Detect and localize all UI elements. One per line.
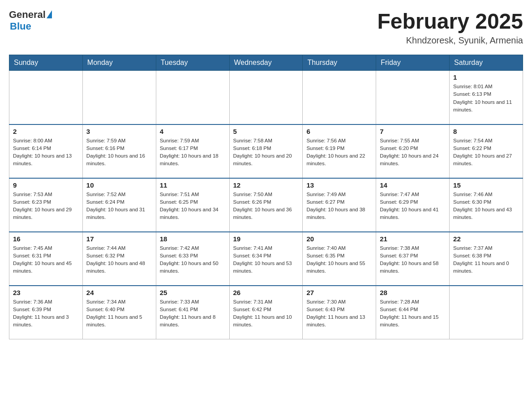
day-info: Sunrise: 7:55 AMSunset: 6:20 PMDaylight:… xyxy=(380,137,446,168)
day-number: 18 xyxy=(160,235,226,243)
table-row: 10Sunrise: 7:52 AMSunset: 6:24 PMDayligh… xyxy=(82,178,156,232)
day-number: 19 xyxy=(233,235,299,243)
day-number: 21 xyxy=(380,235,446,243)
header-monday: Monday xyxy=(82,55,156,71)
table-row: 14Sunrise: 7:47 AMSunset: 6:29 PMDayligh… xyxy=(376,178,450,232)
table-row: 5Sunrise: 7:58 AMSunset: 6:18 PMDaylight… xyxy=(229,124,303,178)
table-row xyxy=(156,71,229,124)
table-row: 22Sunrise: 7:37 AMSunset: 6:38 PMDayligh… xyxy=(450,232,523,286)
table-row: 8Sunrise: 7:54 AMSunset: 6:22 PMDaylight… xyxy=(450,124,523,178)
table-row: 26Sunrise: 7:31 AMSunset: 6:42 PMDayligh… xyxy=(229,286,303,339)
day-number: 11 xyxy=(160,181,226,189)
day-info: Sunrise: 7:52 AMSunset: 6:24 PMDaylight:… xyxy=(86,191,152,222)
calendar-week-row: 1Sunrise: 8:01 AMSunset: 6:13 PMDaylight… xyxy=(9,71,523,124)
day-number: 5 xyxy=(233,128,299,135)
day-number: 10 xyxy=(86,181,152,189)
day-info: Sunrise: 7:41 AMSunset: 6:34 PMDaylight:… xyxy=(233,244,299,275)
logo: General Blue xyxy=(9,9,52,32)
table-row: 7Sunrise: 7:55 AMSunset: 6:20 PMDaylight… xyxy=(376,124,450,178)
table-row: 11Sunrise: 7:51 AMSunset: 6:25 PMDayligh… xyxy=(156,178,229,232)
day-info: Sunrise: 7:47 AMSunset: 6:29 PMDaylight:… xyxy=(380,191,446,222)
day-info: Sunrise: 7:36 AMSunset: 6:39 PMDaylight:… xyxy=(13,298,79,329)
day-number: 7 xyxy=(380,128,446,135)
logo-general-text: General xyxy=(9,9,46,21)
day-number: 16 xyxy=(13,235,79,243)
day-info: Sunrise: 7:59 AMSunset: 6:16 PMDaylight:… xyxy=(86,137,152,168)
calendar-week-row: 16Sunrise: 7:45 AMSunset: 6:31 PMDayligh… xyxy=(9,232,523,286)
table-row: 15Sunrise: 7:46 AMSunset: 6:30 PMDayligh… xyxy=(450,178,523,232)
day-info: Sunrise: 7:31 AMSunset: 6:42 PMDaylight:… xyxy=(233,298,299,329)
day-number: 12 xyxy=(233,181,299,189)
title-section: February 2025 Khndzoresk, Syunik, Armeni… xyxy=(377,9,523,46)
table-row: 12Sunrise: 7:50 AMSunset: 6:26 PMDayligh… xyxy=(229,178,303,232)
day-info: Sunrise: 7:40 AMSunset: 6:35 PMDaylight:… xyxy=(306,244,372,275)
day-number: 8 xyxy=(453,128,519,135)
day-info: Sunrise: 7:30 AMSunset: 6:43 PMDaylight:… xyxy=(306,298,372,329)
calendar-week-row: 23Sunrise: 7:36 AMSunset: 6:39 PMDayligh… xyxy=(9,286,523,339)
day-number: 23 xyxy=(13,289,79,296)
day-info: Sunrise: 7:49 AMSunset: 6:27 PMDaylight:… xyxy=(306,191,372,222)
location-text: Khndzoresk, Syunik, Armenia xyxy=(377,35,523,46)
table-row: 28Sunrise: 7:28 AMSunset: 6:44 PMDayligh… xyxy=(376,286,450,339)
table-row xyxy=(376,71,450,124)
day-info: Sunrise: 7:54 AMSunset: 6:22 PMDaylight:… xyxy=(453,137,519,168)
day-number: 27 xyxy=(306,289,372,296)
table-row xyxy=(9,71,83,124)
table-row: 20Sunrise: 7:40 AMSunset: 6:35 PMDayligh… xyxy=(303,232,376,286)
logo-blue-text: Blue xyxy=(10,21,31,32)
day-info: Sunrise: 7:42 AMSunset: 6:33 PMDaylight:… xyxy=(160,244,226,275)
day-number: 17 xyxy=(86,235,152,243)
day-number: 6 xyxy=(306,128,372,135)
table-row: 3Sunrise: 7:59 AMSunset: 6:16 PMDaylight… xyxy=(82,124,156,178)
calendar-header-row: Sunday Monday Tuesday Wednesday Thursday… xyxy=(9,55,523,71)
calendar-week-row: 2Sunrise: 8:00 AMSunset: 6:14 PMDaylight… xyxy=(9,124,523,178)
day-number: 2 xyxy=(13,128,79,135)
day-info: Sunrise: 7:37 AMSunset: 6:38 PMDaylight:… xyxy=(453,244,519,275)
day-info: Sunrise: 7:58 AMSunset: 6:18 PMDaylight:… xyxy=(233,137,299,168)
table-row: 2Sunrise: 8:00 AMSunset: 6:14 PMDaylight… xyxy=(9,124,83,178)
header-tuesday: Tuesday xyxy=(156,55,229,71)
table-row xyxy=(450,286,523,339)
day-info: Sunrise: 7:33 AMSunset: 6:41 PMDaylight:… xyxy=(160,298,226,329)
table-row: 16Sunrise: 7:45 AMSunset: 6:31 PMDayligh… xyxy=(9,232,83,286)
day-info: Sunrise: 7:53 AMSunset: 6:23 PMDaylight:… xyxy=(13,191,79,222)
table-row xyxy=(303,71,376,124)
calendar-week-row: 9Sunrise: 7:53 AMSunset: 6:23 PMDaylight… xyxy=(9,178,523,232)
header-wednesday: Wednesday xyxy=(229,55,303,71)
day-info: Sunrise: 8:00 AMSunset: 6:14 PMDaylight:… xyxy=(13,137,79,168)
day-number: 28 xyxy=(380,289,446,296)
header-thursday: Thursday xyxy=(303,55,376,71)
day-number: 14 xyxy=(380,181,446,189)
table-row xyxy=(82,71,156,124)
day-info: Sunrise: 7:28 AMSunset: 6:44 PMDaylight:… xyxy=(380,298,446,329)
day-info: Sunrise: 7:38 AMSunset: 6:37 PMDaylight:… xyxy=(380,244,446,275)
logo-triangle-icon xyxy=(47,10,52,18)
day-number: 25 xyxy=(160,289,226,296)
table-row: 19Sunrise: 7:41 AMSunset: 6:34 PMDayligh… xyxy=(229,232,303,286)
table-row: 13Sunrise: 7:49 AMSunset: 6:27 PMDayligh… xyxy=(303,178,376,232)
table-row xyxy=(229,71,303,124)
header-saturday: Saturday xyxy=(450,55,523,71)
header-sunday: Sunday xyxy=(9,55,83,71)
table-row: 24Sunrise: 7:34 AMSunset: 6:40 PMDayligh… xyxy=(82,286,156,339)
table-row: 4Sunrise: 7:59 AMSunset: 6:17 PMDaylight… xyxy=(156,124,229,178)
month-title: February 2025 xyxy=(377,9,523,34)
day-number: 3 xyxy=(86,128,152,135)
day-info: Sunrise: 7:45 AMSunset: 6:31 PMDaylight:… xyxy=(13,244,79,275)
table-row: 6Sunrise: 7:56 AMSunset: 6:19 PMDaylight… xyxy=(303,124,376,178)
day-info: Sunrise: 7:50 AMSunset: 6:26 PMDaylight:… xyxy=(233,191,299,222)
day-info: Sunrise: 7:56 AMSunset: 6:19 PMDaylight:… xyxy=(306,137,372,168)
day-number: 4 xyxy=(160,128,226,135)
table-row: 25Sunrise: 7:33 AMSunset: 6:41 PMDayligh… xyxy=(156,286,229,339)
day-info: Sunrise: 7:51 AMSunset: 6:25 PMDaylight:… xyxy=(160,191,226,222)
day-number: 15 xyxy=(453,181,519,189)
day-number: 20 xyxy=(306,235,372,243)
day-info: Sunrise: 7:44 AMSunset: 6:32 PMDaylight:… xyxy=(86,244,152,275)
table-row: 1Sunrise: 8:01 AMSunset: 6:13 PMDaylight… xyxy=(450,71,523,124)
calendar-table: Sunday Monday Tuesday Wednesday Thursday… xyxy=(9,55,523,339)
table-row: 23Sunrise: 7:36 AMSunset: 6:39 PMDayligh… xyxy=(9,286,83,339)
table-row: 18Sunrise: 7:42 AMSunset: 6:33 PMDayligh… xyxy=(156,232,229,286)
day-info: Sunrise: 8:01 AMSunset: 6:13 PMDaylight:… xyxy=(453,83,519,114)
table-row: 17Sunrise: 7:44 AMSunset: 6:32 PMDayligh… xyxy=(82,232,156,286)
day-info: Sunrise: 7:34 AMSunset: 6:40 PMDaylight:… xyxy=(86,298,152,329)
